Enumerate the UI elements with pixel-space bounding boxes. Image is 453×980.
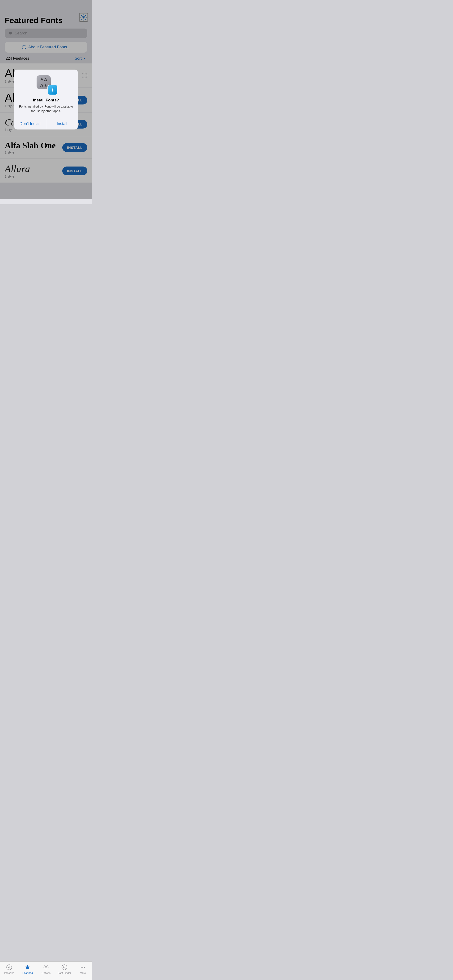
ifont-icon: f [48,85,58,95]
install-confirm-button[interactable]: Install [46,118,78,129]
ifont-icon-letter: f [52,87,53,93]
modal-overlay: A A A a f Install Fonts? Fonts installed… [0,0,92,199]
dont-install-button[interactable]: Don't Install [14,118,46,129]
modal-title: Install Fonts? [33,98,59,103]
screen: Featured Fonts Search About Featured Fon… [0,0,92,204]
modal-message: Fonts installed by iFont will be availab… [19,105,73,113]
install-fonts-modal: A A A a f Install Fonts? Fonts installed… [14,70,78,129]
modal-actions: Don't Install Install [14,118,78,129]
modal-icons: A A A a f [37,75,56,94]
